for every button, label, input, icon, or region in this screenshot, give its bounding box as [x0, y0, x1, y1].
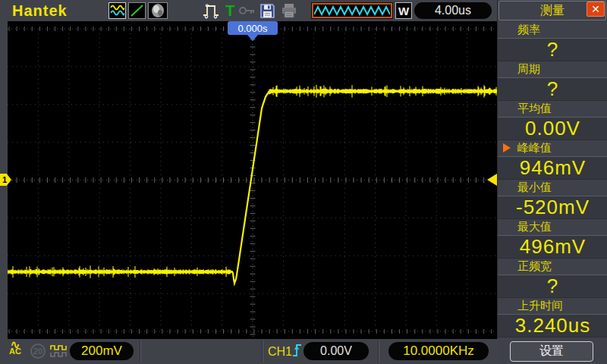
timebase-value: 4.00us	[435, 4, 471, 17]
measurement-item-5[interactable]: 最大值496mV	[498, 219, 607, 259]
close-panel-button[interactable]: ✕	[587, 2, 605, 17]
trigger-source-waveform-icon[interactable]	[311, 2, 393, 19]
attenuation-value: 20	[33, 347, 42, 356]
volts-per-div-value: 200mV	[81, 344, 122, 359]
settings-button[interactable]: 设置	[510, 341, 593, 362]
measurement-label-row: 周期	[498, 61, 607, 77]
trigger-menu-icon[interactable]: T	[223, 2, 237, 19]
hantek-logo: Hantek	[12, 2, 68, 20]
trigger-position-tag[interactable]: 0.000s	[228, 21, 278, 35]
active-measurement-arrow-icon	[503, 143, 511, 152]
measurement-label: 平均值	[517, 102, 552, 116]
force-trigger-icon[interactable]	[200, 2, 222, 19]
green-line-tool-icon[interactable]	[128, 2, 146, 19]
measurement-panel: 测量 ✕ 频率?周期?平均值0.00V峰峰值946mV最小值-520mV最大值4…	[497, 0, 607, 364]
lock-key-icon[interactable]	[237, 2, 256, 19]
measurement-value: 0.00V	[498, 117, 607, 140]
ac-label: AC	[9, 348, 21, 355]
timebase-readout[interactable]: 4.00us	[414, 2, 492, 19]
attenuation-20x-icon[interactable]: 20	[30, 344, 46, 359]
window-mode-icon[interactable]: W	[395, 2, 412, 19]
measurement-label: 最大值	[517, 220, 552, 234]
screenshot-thumbnail-icon[interactable]	[148, 2, 168, 19]
measurement-list: 频率?周期?平均值0.00V峰峰值946mV最小值-520mV最大值496mV正…	[498, 22, 607, 337]
w-letter: W	[398, 5, 409, 17]
trigger-time-label: 0.000s	[237, 23, 267, 34]
trigger-letter: T	[225, 2, 234, 20]
measurement-label: 周期	[517, 62, 540, 77]
bottom-status-bar: ∿ AC 20 200mV CH1 0.00V	[0, 339, 498, 364]
measurement-item-7[interactable]: 上升时间3.240us	[498, 298, 607, 337]
measurement-label-row: 峰峰值	[498, 140, 607, 156]
trigger-level-readout[interactable]: 0.00V	[304, 342, 369, 360]
measurement-value: 3.240us	[498, 314, 607, 337]
measurement-label: 上升时间	[517, 299, 563, 313]
trigger-level-arrow-icon[interactable]	[487, 174, 497, 186]
measurement-value: ?	[498, 38, 607, 61]
print-icon[interactable]	[279, 2, 298, 19]
oscilloscope-screen: Hantek	[0, 0, 607, 364]
measurement-item-0[interactable]: 频率?	[498, 22, 607, 61]
measurement-value: 496mV	[498, 235, 607, 259]
divider	[140, 340, 141, 362]
measurement-label: 峰峰值	[517, 141, 552, 155]
volts-per-div-readout[interactable]: 200mV	[70, 342, 134, 360]
divider	[262, 340, 263, 362]
channel-label: CH1	[268, 345, 292, 359]
trigger-frequency-readout: 10.0000KHz	[388, 342, 489, 360]
measurement-label: 频率	[517, 23, 540, 37]
divider	[378, 340, 379, 362]
top-toolbar: Hantek	[0, 0, 498, 21]
measurement-label-row: 上升时间	[498, 298, 607, 314]
measurement-label: 正频宽	[517, 259, 552, 274]
invert-squarewave-icon[interactable]	[50, 344, 68, 362]
measurement-label-row: 最大值	[498, 219, 607, 235]
measurement-item-1[interactable]: 周期?	[498, 61, 607, 101]
measurement-label-row: 最小值	[498, 180, 607, 196]
measurement-label-row: 平均值	[498, 101, 607, 117]
rising-edge-trigger-icon[interactable]	[292, 343, 302, 361]
waveform-display: 0.000s 1	[8, 21, 497, 339]
measurement-value: ?	[498, 275, 607, 298]
measurement-item-6[interactable]: 正频宽?	[498, 259, 607, 298]
trigger-level-value: 0.00V	[320, 344, 352, 358]
coupling-ac-icon[interactable]: ∿ AC	[9, 341, 21, 355]
waveform-display-icon[interactable]	[109, 2, 126, 19]
trigger-frequency-value: 10.0000KHz	[403, 344, 474, 359]
measurement-label-row: 频率	[498, 22, 607, 38]
measurement-value: ?	[498, 77, 607, 101]
trigger-position-pointer-icon	[247, 35, 258, 41]
measurement-item-4[interactable]: 最小值-520mV	[498, 180, 607, 219]
ch1-trace	[8, 21, 497, 339]
save-icon[interactable]	[259, 2, 276, 19]
measurement-value: 946mV	[498, 156, 607, 180]
measurement-value: -520mV	[498, 196, 607, 219]
measurement-item-2[interactable]: 平均值0.00V	[498, 101, 607, 140]
channel1-badge: 1	[2, 175, 7, 184]
measurement-label-row: 正频宽	[498, 259, 607, 275]
measurement-item-3[interactable]: 峰峰值946mV	[498, 140, 607, 180]
measurement-label: 最小值	[517, 180, 552, 195]
